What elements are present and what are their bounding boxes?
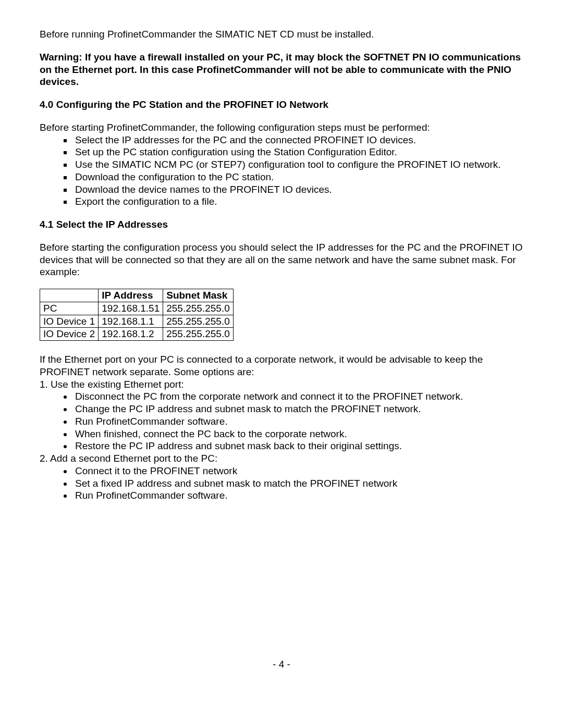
list-item: Run ProfinetCommander software.: [73, 489, 523, 502]
list-item: Download the device names to the PROFINE…: [73, 183, 523, 196]
table-row: IO Device 2 192.168.1.2 255.255.255.0: [40, 328, 234, 341]
table-header-row: IP Address Subnet Mask: [40, 289, 234, 302]
list-item: Set up the PC station configuration usin…: [73, 146, 523, 158]
option-2-bullet-list: Connect it to the PROFINET network Set a…: [40, 465, 523, 502]
list-item: Use the SIMATIC NCM PC (or STEP7) config…: [73, 158, 523, 171]
list-item: Run ProfinetCommander software.: [73, 415, 523, 428]
table-cell: 192.168.1.51: [99, 302, 163, 315]
section-4-1-heading: 4.1 Select the IP Addresses: [40, 218, 523, 231]
list-item: Download the configuration to the PC sta…: [73, 171, 523, 183]
advice-paragraph: If the Ethernet port on your PC is conne…: [40, 353, 523, 378]
table-header-cell: IP Address: [99, 289, 163, 302]
section-4-0-heading: 4.0 Configuring the PC Station and the P…: [40, 98, 523, 111]
table-cell: IO Device 2: [40, 328, 99, 341]
list-item: Connect it to the PROFINET network: [73, 465, 523, 477]
table-cell: 255.255.255.0: [163, 315, 234, 328]
table-header-cell: [40, 289, 99, 302]
section-4-0-intro: Before starting ProfinetCommander, the f…: [40, 121, 523, 134]
table-cell: IO Device 1: [40, 315, 99, 328]
option-1-bullet-list: Disconnect the PC from the corporate net…: [40, 390, 523, 452]
section-4-1-intro: Before starting the configuration proces…: [40, 241, 523, 278]
table-cell: 192.168.1.1: [99, 315, 163, 328]
section-4-0-bullet-list: Select the IP addresses for the PC and t…: [40, 134, 523, 208]
list-item: When finished, connect the PC back to th…: [73, 428, 523, 440]
list-item: Select the IP addresses for the PC and t…: [73, 134, 523, 146]
table-row: IO Device 1 192.168.1.1 255.255.255.0: [40, 315, 234, 328]
list-item: Set a fixed IP address and subnet mask t…: [73, 477, 523, 490]
table-header-cell: Subnet Mask: [163, 289, 234, 302]
warning-paragraph: Warning: If you have a firewall installe…: [40, 51, 523, 88]
table-cell: 255.255.255.0: [163, 328, 234, 341]
option-1-label: 1. Use the existing Ethernet port:: [40, 378, 523, 391]
ip-address-table: IP Address Subnet Mask PC 192.168.1.51 2…: [40, 289, 234, 341]
intro-paragraph: Before running ProfinetCommander the SIM…: [40, 28, 523, 41]
table-cell: 255.255.255.0: [163, 302, 234, 315]
option-2-label: 2. Add a second Ethernet port to the PC:: [40, 452, 523, 465]
table-cell: PC: [40, 302, 99, 315]
list-item: Disconnect the PC from the corporate net…: [73, 390, 523, 403]
list-item: Restore the PC IP address and subnet mas…: [73, 440, 523, 452]
table-cell: 192.168.1.2: [99, 328, 163, 341]
page-number: - 4 -: [40, 658, 523, 671]
table-row: PC 192.168.1.51 255.255.255.0: [40, 302, 234, 315]
list-item: Export the configuration to a file.: [73, 195, 523, 208]
list-item: Change the PC IP address and subnet mask…: [73, 403, 523, 415]
